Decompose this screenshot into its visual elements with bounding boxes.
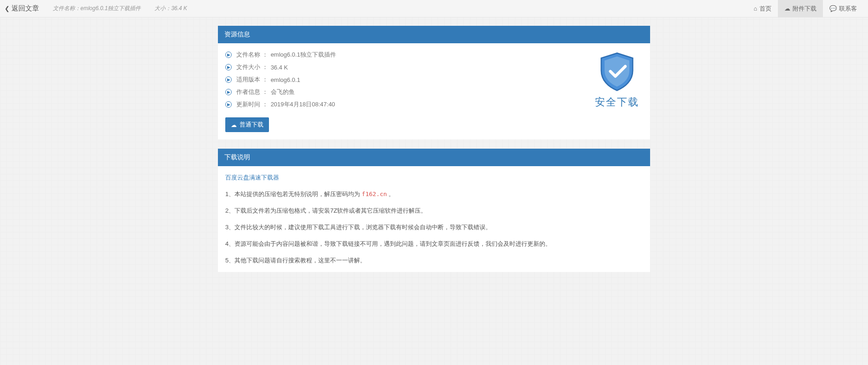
- arrow-right-icon: ▶: [225, 52, 232, 58]
- back-button[interactable]: ❮ 返回文章: [5, 4, 39, 13]
- info-row-author: ▶ 作者信息 ： 会飞的鱼: [225, 88, 336, 96]
- version-value: emlog6.0.1: [271, 76, 300, 83]
- topbar: ❮ 返回文章 文件名称：emlog6.0.1独立下载插件 大小：36.4 K ⌂…: [0, 0, 868, 17]
- info-row-updated: ▶ 更新时间 ： 2019年4月18日08:47:40: [225, 100, 336, 109]
- chat-icon: 💬: [829, 6, 837, 12]
- cloud-download-icon: ☁: [784, 6, 790, 12]
- instruction-1b: 。: [387, 191, 395, 197]
- arrow-right-icon: ▶: [225, 64, 232, 70]
- nav-contact-label: 联系客: [839, 5, 857, 13]
- topbar-size: 大小：36.4 K: [154, 5, 187, 12]
- nav-contact[interactable]: 💬 联系客: [823, 0, 863, 17]
- back-label: 返回文章: [11, 4, 39, 13]
- info-row-filename: ▶ 文件名称 ： emlog6.0.1独立下载插件: [225, 51, 336, 59]
- filename-label: 文件名称 ：: [236, 51, 268, 59]
- nav-home[interactable]: ⌂ 首页: [747, 0, 778, 17]
- updated-label: 更新时间 ：: [236, 100, 268, 109]
- cloud-download-icon: ☁: [231, 122, 237, 128]
- filename-value: emlog6.0.1独立下载插件: [271, 51, 336, 59]
- safe-download-badge: 安全下载: [595, 51, 639, 109]
- author-label: 作者信息 ：: [236, 88, 268, 96]
- resource-header: 资源信息: [218, 26, 650, 43]
- shield-caption: 安全下载: [595, 95, 639, 109]
- instruction-1a: 1、本站提供的压缩包若无特别说明，解压密码均为: [225, 191, 362, 197]
- topbar-filename: 文件名称：emlog6.0.1独立下载插件: [53, 5, 141, 12]
- topbar-filename-label: 文件名称：: [53, 5, 80, 12]
- download-button[interactable]: ☁ 普通下载: [225, 117, 269, 132]
- arrow-right-icon: ▶: [225, 76, 232, 83]
- topbar-filename-value: emlog6.0.1独立下载插件: [80, 5, 141, 12]
- resource-panel: 资源信息 ▶ 文件名称 ： emlog6.0.1独立下载插件 ▶ 文件大小 ： …: [218, 26, 650, 139]
- arrow-right-icon: ▶: [225, 101, 232, 108]
- main-container: 资源信息 ▶ 文件名称 ： emlog6.0.1独立下载插件 ▶ 文件大小 ： …: [218, 26, 650, 272]
- download-button-label: 普通下载: [240, 121, 263, 129]
- topbar-size-value: 36.4 K: [171, 5, 187, 12]
- baidu-tool-link[interactable]: 百度云盘满速下载器: [225, 174, 279, 181]
- instruction-line-3: 3、文件比较大的时候，建议使用下载工具进行下载，浏览器下载有时候会自动中断，导致…: [225, 223, 643, 232]
- instruction-password: f162.cn: [362, 191, 387, 197]
- nav-attachment-label: 附件下载: [793, 5, 817, 13]
- instruction-line-4: 4、资源可能会由于内容问题被和谐，导致下载链接不可用，遇到此问题，请到文章页面进…: [225, 240, 643, 248]
- topbar-size-label: 大小：: [154, 5, 171, 12]
- info-row-version: ▶ 适用版本 ： emlog6.0.1: [225, 75, 336, 84]
- instruction-line-1: 1、本站提供的压缩包若无特别说明，解压密码均为 f162.cn 。: [225, 190, 643, 198]
- arrow-right-icon: ▶: [225, 89, 232, 95]
- nav-attachment[interactable]: ☁ 附件下载: [778, 0, 823, 17]
- instructions-header: 下载说明: [218, 149, 650, 166]
- chevron-left-icon: ❮: [5, 6, 10, 12]
- instructions-panel: 下载说明 百度云盘满速下载器 1、本站提供的压缩包若无特别说明，解压密码均为 f…: [218, 149, 650, 272]
- instruction-line-2: 2、下载后文件若为压缩包格式，请安装7Z软件或者其它压缩软件进行解压。: [225, 207, 643, 215]
- info-row-filesize: ▶ 文件大小 ： 36.4 K: [225, 63, 336, 71]
- updated-value: 2019年4月18日08:47:40: [271, 100, 335, 109]
- nav-home-label: 首页: [760, 5, 771, 13]
- author-value: 会飞的鱼: [271, 88, 295, 96]
- filesize-value: 36.4 K: [271, 64, 288, 71]
- nav-right: ⌂ 首页 ☁ 附件下载 💬 联系客: [747, 0, 863, 17]
- resource-left: ▶ 文件名称 ： emlog6.0.1独立下载插件 ▶ 文件大小 ： 36.4 …: [225, 51, 336, 132]
- shield-icon: [596, 51, 638, 92]
- home-icon: ⌂: [754, 6, 757, 12]
- filesize-label: 文件大小 ：: [236, 63, 268, 71]
- version-label: 适用版本 ：: [236, 75, 268, 84]
- info-list: ▶ 文件名称 ： emlog6.0.1独立下载插件 ▶ 文件大小 ： 36.4 …: [225, 51, 336, 109]
- instruction-line-5: 5、其他下载问题请自行搜索教程，这里不一一讲解。: [225, 256, 643, 265]
- file-meta: 文件名称：emlog6.0.1独立下载插件 大小：36.4 K: [53, 5, 187, 12]
